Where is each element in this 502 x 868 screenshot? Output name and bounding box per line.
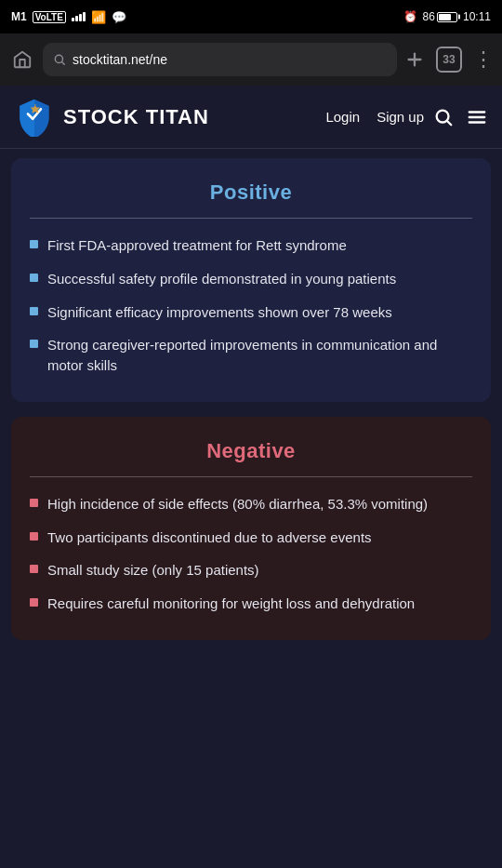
list-item: High incidence of side effects (80% diar… <box>30 494 472 514</box>
battery-percent-label: 86 <box>423 10 435 23</box>
status-bar: M1 VoLTE 📶 💬 ⏰ 86 10:11 <box>0 0 502 33</box>
logo-icon <box>15 98 54 137</box>
bullet-icon <box>30 274 38 282</box>
wifi-icon: 📶 <box>91 10 106 24</box>
list-item: Requires careful monitoring for weight l… <box>30 594 472 614</box>
signup-link[interactable]: Sign up <box>376 109 424 125</box>
negative-card: Negative High incidence of side effects … <box>11 417 491 640</box>
svg-line-5 <box>447 121 451 125</box>
bullet-icon <box>30 565 38 573</box>
list-item: Successful safety profile demonstrated i… <box>30 269 472 289</box>
add-tab-button[interactable] <box>404 49 425 70</box>
positive-bullet-list: First FDA-approved treatment for Rett sy… <box>30 235 472 376</box>
bullet-text: High incidence of side effects (80% diar… <box>47 494 428 514</box>
carrier-label: M1 <box>11 10 27 23</box>
svg-line-1 <box>62 62 65 65</box>
battery-box <box>437 12 457 22</box>
menu-button[interactable] <box>467 107 487 127</box>
logo-text: STOCK TITAN <box>63 105 209 129</box>
list-item: Two participants discontinued due to adv… <box>30 527 472 548</box>
bullet-icon <box>30 307 38 315</box>
bullet-text: Small study size (only 15 patients) <box>47 560 259 581</box>
list-item: Small study size (only 15 patients) <box>30 560 472 581</box>
list-item: Significant efficacy improvements shown … <box>30 302 472 323</box>
list-item: First FDA-approved treatment for Rett sy… <box>30 235 472 256</box>
content-area: Positive First FDA-approved treatment fo… <box>0 149 502 640</box>
logo-area: STOCK TITAN <box>15 98 325 137</box>
bullet-icon <box>30 532 38 541</box>
search-button[interactable] <box>433 107 454 127</box>
browser-actions: 33 ⋮ <box>404 47 493 73</box>
browser-bar: stocktitan.net/ne 33 ⋮ <box>0 33 502 86</box>
alarm-icon: ⏰ <box>403 10 417 23</box>
positive-title: Positive <box>30 180 472 205</box>
url-security-icon <box>52 52 67 67</box>
bullet-text: Successful safety profile demonstrated i… <box>47 269 396 289</box>
signal-bars <box>72 12 86 21</box>
battery-indicator: 86 <box>423 10 457 23</box>
bullet-icon <box>30 499 38 507</box>
browser-home-button[interactable] <box>9 47 35 73</box>
bullet-icon <box>30 240 38 248</box>
time-label: 10:11 <box>463 10 491 23</box>
bullet-text: Two participants discontinued due to adv… <box>47 527 372 548</box>
url-text: stocktitan.net/ne <box>73 52 388 67</box>
bullet-text: Significant efficacy improvements shown … <box>47 302 392 323</box>
positive-card: Positive First FDA-approved treatment fo… <box>11 158 491 402</box>
status-right: ⏰ 86 10:11 <box>403 10 491 23</box>
whatsapp-icon: 💬 <box>112 10 126 24</box>
header-nav: Login Sign up <box>325 109 424 125</box>
bullet-text: First FDA-approved treatment for Rett sy… <box>47 235 347 256</box>
url-bar[interactable]: stocktitan.net/ne <box>43 43 397 76</box>
battery-fill <box>439 14 452 20</box>
negative-title: Negative <box>30 439 472 463</box>
negative-bullet-list: High incidence of side effects (80% diar… <box>30 494 472 614</box>
more-options-button[interactable]: ⋮ <box>473 47 493 72</box>
bullet-text: Requires careful monitoring for weight l… <box>47 594 415 614</box>
volte-badge: VoLTE <box>33 11 66 23</box>
status-left: M1 VoLTE 📶 💬 <box>11 10 126 24</box>
bullet-text: Strong caregiver-reported improvements i… <box>47 335 472 376</box>
header-icons <box>433 107 487 127</box>
negative-divider <box>30 476 472 477</box>
list-item: Strong caregiver-reported improvements i… <box>30 335 472 376</box>
tab-count-badge[interactable]: 33 <box>436 47 462 73</box>
login-link[interactable]: Login <box>325 109 360 125</box>
bullet-icon <box>30 340 38 348</box>
bullet-icon <box>30 598 38 607</box>
positive-divider <box>30 218 472 219</box>
site-header: STOCK TITAN Login Sign up <box>0 86 502 149</box>
